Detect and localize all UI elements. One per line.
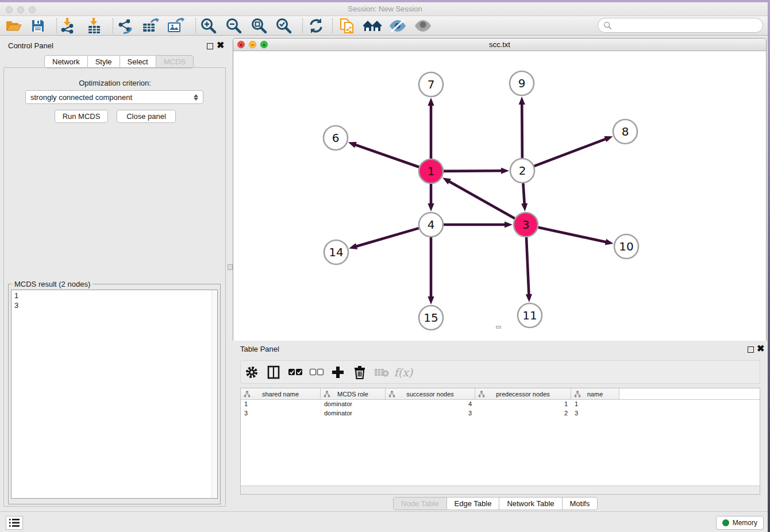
table-cell[interactable]: 4: [386, 400, 475, 409]
control-panel-title: Control Panel: [8, 41, 53, 50]
optimization-criterion-select[interactable]: strongly connected component: [25, 90, 203, 104]
graph-node-14[interactable]: 14: [324, 240, 348, 264]
table-cell[interactable]: 1: [241, 400, 321, 409]
home-button[interactable]: [362, 17, 383, 35]
column-header-MCDS-role[interactable]: MCDS role: [321, 388, 386, 399]
network-canvas[interactable]: 1234678910111415: [233, 51, 766, 341]
delete-table-button[interactable]: [372, 361, 391, 383]
table-toolbar: f(x): [240, 360, 760, 384]
save-session-button[interactable]: [28, 17, 48, 35]
table-row[interactable]: 1dominator411: [241, 400, 760, 409]
run-mcds-button[interactable]: Run MCDS: [55, 110, 108, 123]
delete-column-button[interactable]: [350, 361, 369, 383]
export-image-button[interactable]: [165, 17, 186, 35]
tab-network-table[interactable]: Network Table: [499, 497, 562, 510]
import-network-button[interactable]: [57, 17, 78, 35]
tab-mcds[interactable]: MCDS: [156, 55, 194, 68]
first-neighbors-button[interactable]: [337, 17, 357, 35]
task-history-button[interactable]: [6, 516, 23, 530]
network-window-title: scc.txt: [233, 40, 766, 49]
panel-splitter-handle[interactable]: [228, 264, 233, 270]
deselect-all-rows-button[interactable]: [307, 361, 326, 383]
table-hscrollbar[interactable]: [241, 485, 760, 494]
mcds-result-legend: MCDS result (2 nodes): [12, 280, 93, 288]
table-cell[interactable]: 3: [571, 409, 619, 418]
edge-3-1[interactable]: [448, 181, 515, 219]
add-column-button[interactable]: [328, 361, 348, 383]
graph-node-1[interactable]: 1: [419, 159, 443, 183]
node-table-body: 1dominator4113dominator323: [241, 400, 760, 418]
edge-2-3[interactable]: [523, 183, 524, 205]
network-splitter-handle[interactable]: [496, 326, 501, 329]
graph-node-7[interactable]: 7: [419, 72, 443, 97]
memory-button[interactable]: Memory: [716, 516, 764, 530]
graph-node-6[interactable]: 6: [324, 126, 348, 150]
edge-3-11[interactable]: [526, 237, 529, 296]
graph-node-3[interactable]: 3: [514, 213, 538, 237]
graph-node-11[interactable]: 11: [518, 303, 542, 327]
table-cell[interactable]: 3: [386, 409, 475, 418]
edge-4-14[interactable]: [355, 228, 419, 246]
table-settings-button[interactable]: [242, 361, 261, 383]
column-header-name[interactable]: name: [571, 388, 619, 399]
graph-node-10[interactable]: 10: [614, 234, 638, 259]
table-cell[interactable]: 1: [571, 400, 619, 409]
tab-style[interactable]: Style: [88, 55, 120, 68]
zoom-in-button[interactable]: [198, 17, 218, 35]
hide-selected-button[interactable]: [387, 17, 408, 35]
table-cell[interactable]: dominator: [321, 400, 386, 409]
zoom-selected-button[interactable]: [273, 17, 294, 35]
function-builder-button[interactable]: f(x): [394, 361, 413, 383]
node-label: 4: [428, 218, 435, 232]
table-cell[interactable]: 1: [475, 400, 571, 409]
graph-node-4[interactable]: 4: [419, 213, 443, 237]
select-all-rows-button[interactable]: [286, 361, 305, 383]
tab-motifs[interactable]: Motifs: [563, 497, 598, 510]
table-row[interactable]: 3dominator323: [241, 409, 760, 418]
edge-1-6[interactable]: [354, 144, 419, 167]
mcds-result-text[interactable]: 1 3: [11, 290, 218, 499]
column-header-predecessor-nodes[interactable]: predecessor nodes: [475, 388, 571, 399]
arrowhead-icon: [442, 178, 451, 184]
edge-1-2[interactable]: [444, 171, 503, 171]
graph-node-2[interactable]: 2: [510, 159, 534, 183]
table-panel-close-button[interactable]: ✖: [757, 345, 764, 353]
edge-3-10[interactable]: [538, 228, 607, 242]
export-table-button[interactable]: [140, 17, 161, 35]
column-header-shared-name[interactable]: shared name: [241, 388, 321, 399]
table-cell[interactable]: 2: [475, 409, 571, 418]
table-cell[interactable]: 3: [241, 409, 321, 418]
open-session-button[interactable]: [3, 17, 24, 35]
graph-node-8[interactable]: 8: [613, 119, 637, 144]
checked-boxes-icon: [288, 368, 303, 376]
tab-edge-table[interactable]: Edge Table: [447, 497, 500, 510]
zoom-fit-button[interactable]: [248, 17, 269, 35]
import-table-button[interactable]: [84, 17, 105, 35]
control-panel-close-button[interactable]: ✖: [217, 41, 224, 49]
network-graph[interactable]: 1234678910111415: [233, 51, 766, 341]
zoom-out-button[interactable]: [223, 17, 244, 35]
control-panel-float-button[interactable]: [207, 43, 213, 49]
tab-network[interactable]: Network: [44, 55, 88, 68]
table-panel-float-button[interactable]: [748, 346, 754, 353]
memory-status-icon: [722, 519, 729, 526]
table-cell[interactable]: dominator: [321, 409, 386, 418]
home-houses-icon: [363, 18, 382, 33]
show-columns-button[interactable]: [264, 361, 283, 383]
refresh-button[interactable]: [306, 17, 326, 35]
graph-node-15[interactable]: 15: [419, 306, 443, 330]
graph-node-9[interactable]: 9: [510, 71, 534, 95]
export-network-button[interactable]: [115, 17, 136, 35]
result-scrollbar[interactable]: [211, 290, 217, 498]
network-window-titlebar[interactable]: × − + scc.txt: [233, 38, 766, 51]
select-stepper-icon: [194, 94, 198, 101]
tab-node-table[interactable]: Node Table: [393, 497, 447, 510]
close-panel-button[interactable]: Close panel: [117, 110, 176, 123]
tab-select[interactable]: Select: [120, 55, 156, 68]
search-input[interactable]: [598, 18, 763, 33]
first-neighbors-icon: [339, 17, 355, 34]
edge-2-8[interactable]: [534, 138, 607, 166]
show-all-button[interactable]: [413, 17, 433, 35]
column-header-successor-nodes[interactable]: successor nodes: [386, 388, 475, 399]
edge-2-9[interactable]: [522, 103, 522, 158]
